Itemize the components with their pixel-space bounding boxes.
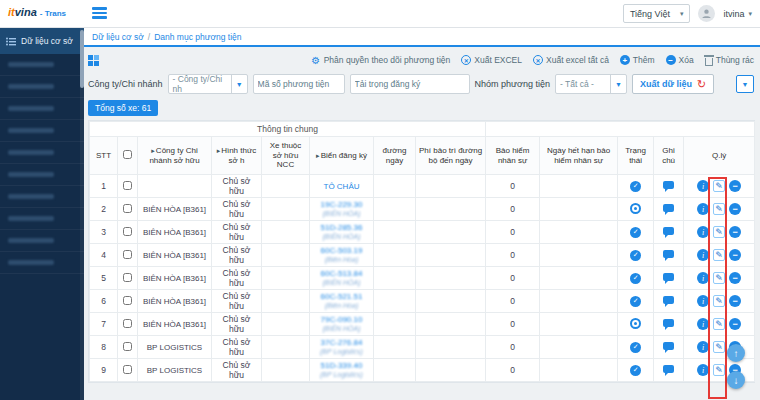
permission-tracking-button[interactable]: ⚙Phân quyền theo dõi phương tiện bbox=[311, 55, 451, 65]
edit-icon[interactable]: ✎ bbox=[713, 203, 725, 215]
info-icon[interactable]: i bbox=[697, 226, 709, 238]
info-icon[interactable]: i bbox=[697, 295, 709, 307]
row-checkbox[interactable] bbox=[123, 319, 132, 328]
sidebar-item-hidden[interactable] bbox=[0, 186, 84, 208]
sidebar-item-hidden[interactable] bbox=[0, 208, 84, 230]
remove-icon[interactable]: − bbox=[729, 295, 741, 307]
comment-icon[interactable] bbox=[663, 250, 674, 258]
plate-link[interactable]: 79C-090.10(BIÊN HÒA) bbox=[321, 315, 363, 332]
avatar[interactable] bbox=[698, 5, 715, 22]
comment-icon[interactable] bbox=[663, 296, 674, 304]
row-checkbox[interactable] bbox=[123, 181, 132, 190]
edit-icon[interactable]: ✎ bbox=[713, 272, 725, 284]
column-header[interactable]: ▸Hình thức sở h bbox=[212, 137, 262, 175]
edit-icon[interactable]: ✎ bbox=[713, 364, 725, 376]
info-icon[interactable]: i bbox=[697, 249, 709, 261]
row-checkbox[interactable] bbox=[123, 227, 132, 236]
plate-link[interactable]: 60C-513.84(BIÊN HÒA) bbox=[321, 269, 363, 286]
comment-icon[interactable] bbox=[663, 204, 674, 212]
sidebar-item-hidden[interactable] bbox=[0, 142, 84, 164]
scroll-top-button[interactable]: ↑ bbox=[727, 344, 745, 362]
info-icon[interactable]: i bbox=[697, 364, 709, 376]
remove-icon[interactable]: − bbox=[729, 249, 741, 261]
info-icon[interactable]: i bbox=[697, 341, 709, 353]
plate-link[interactable]: 60C-521.51(Biên Hòa) bbox=[321, 292, 363, 309]
blurred-label bbox=[8, 62, 54, 67]
export-icon: ✕ bbox=[533, 55, 543, 65]
edit-icon[interactable]: ✎ bbox=[713, 226, 725, 238]
vehicle-group-select[interactable]: - Tất cả - ▼ bbox=[555, 74, 627, 94]
plate-link[interactable]: 51D-339.40(BP Logistics) bbox=[320, 361, 363, 378]
plate-link[interactable]: TÔ CHÂU bbox=[324, 182, 360, 191]
plate-link[interactable]: 51D-285.36(BIÊN HÒA) bbox=[321, 223, 363, 240]
grid-view-icon[interactable] bbox=[88, 55, 99, 66]
delete-button[interactable]: −Xóa bbox=[666, 55, 694, 65]
plate-link[interactable]: 37C-276.84(BP Logistics) bbox=[320, 338, 363, 355]
info-icon[interactable]: i bbox=[697, 318, 709, 330]
row-checkbox[interactable] bbox=[123, 365, 132, 374]
column-header[interactable]: ▸Biển đăng ký bbox=[310, 137, 374, 175]
menu-toggle-icon[interactable] bbox=[92, 7, 107, 21]
remove-icon[interactable]: − bbox=[729, 203, 741, 215]
personal-insurance-cell: 0 bbox=[486, 359, 540, 382]
sidebar-item-hidden[interactable] bbox=[0, 54, 84, 76]
remove-icon[interactable]: − bbox=[729, 272, 741, 284]
sidebar-item-du-lieu-co-so[interactable]: Dữ liệu cơ sở bbox=[0, 28, 84, 54]
info-icon[interactable]: i bbox=[697, 272, 709, 284]
sidebar-item-hidden[interactable] bbox=[0, 120, 84, 142]
row-checkbox[interactable] bbox=[123, 273, 132, 282]
add-button[interactable]: +Thêm bbox=[620, 55, 655, 65]
ownership-cell: Chủ sở hữu bbox=[212, 336, 262, 359]
edit-icon[interactable]: ✎ bbox=[713, 318, 725, 330]
language-selector[interactable]: Tiếng Việt ▾ bbox=[623, 4, 691, 23]
comment-icon[interactable] bbox=[663, 181, 674, 189]
plate-link[interactable]: 60C-503.19(Biên Hòa) bbox=[321, 246, 363, 263]
breadcrumb-parent[interactable]: Dữ liệu cơ sở bbox=[92, 32, 144, 42]
comment-icon[interactable] bbox=[663, 365, 674, 373]
scroll-bottom-button[interactable]: ↓ bbox=[727, 371, 745, 389]
edit-icon[interactable]: ✎ bbox=[713, 341, 725, 353]
trash-button[interactable]: Thùng rác bbox=[705, 55, 754, 66]
breadcrumb-current[interactable]: Danh mục phương tiện bbox=[154, 32, 241, 42]
export-excel-all-button[interactable]: ✕Xuất excel tất cả bbox=[533, 55, 609, 65]
edit-icon[interactable]: ✎ bbox=[713, 249, 725, 261]
remove-icon[interactable]: − bbox=[729, 180, 741, 192]
export-data-button[interactable]: Xuất dữ liệu ↻ bbox=[632, 74, 714, 94]
sidebar-item-hidden[interactable] bbox=[0, 98, 84, 120]
remove-icon[interactable]: − bbox=[729, 226, 741, 238]
sidebar-item-hidden[interactable] bbox=[0, 230, 84, 252]
vehicle-code-input[interactable] bbox=[253, 74, 345, 94]
comment-icon[interactable] bbox=[663, 227, 674, 235]
info-icon[interactable]: i bbox=[697, 180, 709, 192]
row-checkbox[interactable] bbox=[123, 204, 132, 213]
scrollbar-thumb[interactable] bbox=[80, 30, 84, 88]
company-filter-select[interactable]: - Công ty/Chi nh ▼ bbox=[168, 74, 248, 94]
edit-icon[interactable]: ✎ bbox=[713, 180, 725, 192]
comment-icon[interactable] bbox=[663, 273, 674, 281]
sidebar-item-hidden[interactable] bbox=[0, 76, 84, 98]
plate-link[interactable]: 19C-229.30(BIÊN HÒA) bbox=[321, 200, 363, 217]
info-icon[interactable]: i bbox=[697, 203, 709, 215]
row-checkbox[interactable] bbox=[123, 250, 132, 259]
status-cell: ✓ bbox=[618, 175, 654, 198]
select-all-checkbox[interactable] bbox=[123, 150, 132, 159]
remove-icon[interactable]: − bbox=[729, 318, 741, 330]
collapse-filters-button[interactable]: ▼ bbox=[736, 75, 754, 93]
column-header[interactable]: ▸Công ty Chi nhánh sở hữu bbox=[138, 137, 212, 175]
comment-icon[interactable] bbox=[663, 319, 674, 327]
row-index: 8 bbox=[90, 336, 118, 359]
edit-icon[interactable]: ✎ bbox=[713, 295, 725, 307]
row-checkbox[interactable] bbox=[123, 296, 132, 305]
permission-tracking-button-label: Phân quyền theo dõi phương tiện bbox=[324, 55, 451, 65]
export-excel-button[interactable]: ✕Xuất EXCEL bbox=[461, 55, 522, 65]
maintenance-fee-cell bbox=[416, 336, 486, 359]
row-checkbox[interactable] bbox=[123, 342, 132, 351]
sidebar-item-hidden[interactable] bbox=[0, 164, 84, 186]
delete-button-label: Xóa bbox=[679, 55, 694, 65]
actions-row: ⚙Phân quyền theo dõi phương tiện✕Xuất EX… bbox=[88, 51, 754, 69]
sidebar-item-hidden[interactable] bbox=[0, 252, 84, 274]
tonnage-input[interactable] bbox=[350, 74, 470, 94]
comment-icon[interactable] bbox=[663, 342, 674, 350]
user-menu[interactable]: itvina ▾ bbox=[723, 9, 752, 19]
app-logo[interactable]: itvina - Trans bbox=[8, 6, 66, 18]
